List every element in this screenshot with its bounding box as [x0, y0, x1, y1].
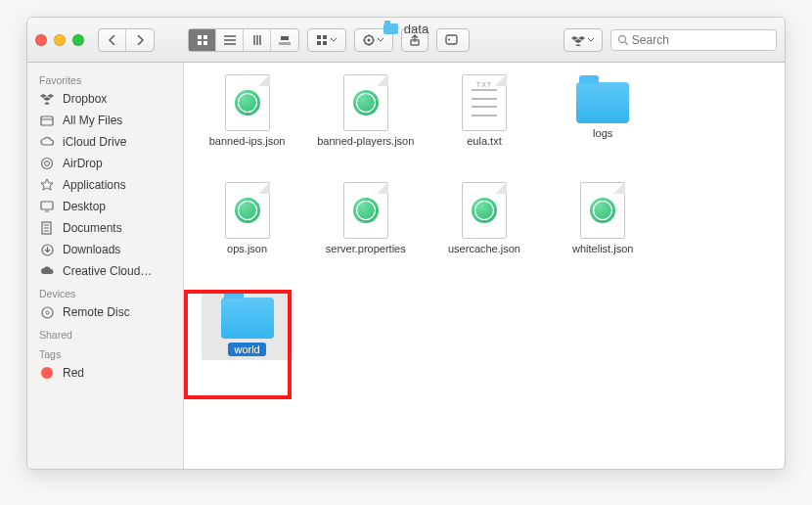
svg-point-14: [619, 35, 626, 42]
json-file-icon: [462, 182, 507, 239]
sidebar-item-all-my-files[interactable]: All My Files: [27, 110, 183, 131]
nav-buttons: [98, 28, 155, 52]
sidebar-item-icloud-drive[interactable]: iCloud Drive: [27, 131, 183, 153]
json-file-icon: [225, 74, 270, 131]
sidebar-item-creative-cloud[interactable]: Creative Cloud…: [27, 260, 183, 282]
search-field[interactable]: [610, 29, 777, 51]
view-switcher: [188, 28, 299, 52]
svg-rect-18: [41, 202, 53, 209]
sidebar-item-label: Downloads: [63, 243, 120, 256]
share-button[interactable]: [401, 28, 429, 52]
file-label: server.properties: [326, 243, 406, 255]
sidebar-section-tags: Tags: [27, 343, 183, 362]
tag-dot-icon: [39, 365, 55, 381]
svg-rect-1: [203, 35, 207, 39]
airdrop-icon: [39, 156, 55, 171]
sidebar-item-label: Remote Disc: [63, 305, 130, 319]
svg-rect-4: [281, 36, 289, 40]
file-item[interactable]: ops.json: [188, 178, 306, 286]
file-item[interactable]: TXT eula.txt: [425, 70, 543, 178]
file-label: banned-players.json: [317, 135, 414, 148]
sidebar-item-label: Red: [63, 366, 84, 380]
desktop-icon: [39, 199, 55, 214]
json-file-icon: [225, 182, 270, 239]
svg-rect-15: [41, 116, 53, 125]
sidebar-item-documents[interactable]: Documents: [27, 217, 183, 239]
sidebar-item-remote-disc[interactable]: Remote Disc: [27, 301, 183, 323]
minimize-icon[interactable]: [54, 34, 66, 46]
cloud-icon: [39, 134, 55, 150]
downloads-icon: [39, 242, 55, 257]
file-label: banned-ips.json: [209, 135, 286, 148]
sidebar-item-label: All My Files: [63, 114, 122, 127]
action-button[interactable]: [354, 28, 393, 52]
content-area: Favorites Dropbox All My Files iCloud Dr…: [27, 63, 785, 469]
json-file-icon: [343, 74, 388, 131]
svg-point-22: [46, 311, 49, 314]
svg-rect-7: [317, 41, 321, 45]
sidebar-item-applications[interactable]: Applications: [27, 174, 183, 196]
sidebar-section-devices: Devices: [27, 282, 183, 301]
sidebar-item-downloads[interactable]: Downloads: [27, 239, 183, 260]
titlebar: data: [27, 18, 785, 63]
json-file-icon: [580, 182, 625, 239]
dropbox-button[interactable]: [564, 28, 603, 52]
applications-icon: [39, 177, 55, 193]
svg-rect-5: [317, 35, 321, 39]
txt-file-icon: TXT: [462, 74, 507, 131]
file-label: whitelist.json: [572, 243, 633, 255]
column-view-button[interactable]: [244, 29, 271, 51]
json-file-icon: [343, 182, 388, 239]
window-controls: [35, 34, 84, 46]
svg-point-13: [448, 39, 450, 41]
dropbox-icon: [39, 91, 55, 107]
file-label: ops.json: [227, 243, 267, 255]
arrange-button[interactable]: [307, 28, 346, 52]
folder-icon: [576, 82, 629, 123]
file-item[interactable]: banned-players.json: [306, 70, 425, 178]
creative-cloud-icon: [39, 263, 55, 279]
sidebar-item-airdrop[interactable]: AirDrop: [27, 153, 183, 174]
file-item[interactable]: banned-ips.json: [188, 70, 306, 178]
sidebar-item-label: AirDrop: [63, 157, 103, 170]
sidebar-item-dropbox[interactable]: Dropbox: [27, 88, 183, 110]
svg-point-10: [368, 38, 371, 41]
sidebar-item-label: Applications: [63, 178, 126, 192]
sidebar-item-label: Desktop: [63, 200, 106, 213]
coverflow-view-button[interactable]: [271, 29, 298, 51]
sidebar-item-label: Creative Cloud…: [63, 264, 152, 278]
search-input[interactable]: [632, 33, 770, 47]
file-item[interactable]: whitelist.json: [544, 178, 662, 286]
back-button[interactable]: [99, 29, 126, 51]
file-item[interactable]: logs: [544, 70, 662, 178]
file-label: eula.txt: [467, 135, 501, 148]
sidebar-item-label: Dropbox: [63, 92, 107, 106]
close-icon[interactable]: [35, 34, 47, 46]
list-view-button[interactable]: [216, 29, 244, 51]
documents-icon: [39, 220, 55, 236]
svg-rect-2: [198, 41, 202, 45]
icon-view-button[interactable]: [189, 29, 216, 51]
sidebar-item-label: Documents: [63, 221, 122, 235]
file-item[interactable]: usercache.json: [425, 178, 543, 286]
finder-window: data Favorites Dropbox All My Files iClo…: [26, 17, 786, 470]
svg-rect-0: [198, 35, 202, 39]
svg-rect-6: [323, 35, 327, 39]
svg-point-21: [42, 307, 53, 318]
tags-button[interactable]: [436, 28, 470, 52]
svg-point-16: [42, 159, 53, 169]
sidebar-item-desktop[interactable]: Desktop: [27, 196, 183, 217]
file-grid[interactable]: banned-ips.json banned-players.json TXT …: [184, 63, 785, 469]
file-item[interactable]: server.properties: [306, 178, 425, 286]
sidebar-tag-red[interactable]: Red: [27, 362, 183, 384]
file-label: usercache.json: [448, 243, 520, 255]
search-icon: [617, 34, 628, 46]
annotation-highlight: [184, 290, 292, 399]
disc-icon: [39, 304, 55, 320]
svg-rect-3: [203, 41, 207, 45]
svg-point-17: [45, 161, 50, 166]
sidebar: Favorites Dropbox All My Files iCloud Dr…: [27, 63, 184, 469]
zoom-icon[interactable]: [72, 34, 84, 46]
svg-rect-12: [446, 35, 457, 44]
forward-button[interactable]: [126, 29, 154, 51]
